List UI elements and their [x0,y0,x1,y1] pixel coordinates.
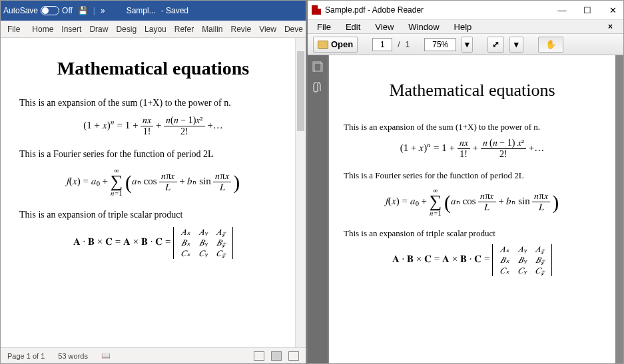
equation-fourier: 𝑓(𝑥) = 𝑎₀ + ∞∑𝑛=1 (𝑎ₙ cos 𝑛π𝑥𝐿 + 𝑏ₙ sin … [19,166,287,198]
autosave-state: Off [62,6,73,15]
status-page[interactable]: Page 1 of 1 [7,352,45,360]
open-label: Open [331,39,353,49]
adobe-body: Mathematical equations This is an expans… [308,55,623,363]
ribbon-tab-design[interactable]: Desig [112,21,141,37]
pdf-equation-triple-product: 𝐀 · 𝐁 × 𝐂 = 𝐀 × 𝐁 · 𝐂 = 𝐴ₓ𝐴ᵧ𝐴𝓏 𝐵ₓ𝐵ᵧ𝐵𝓏 𝐶ₓ… [344,244,601,276]
status-word-count[interactable]: 53 words [58,352,88,360]
adobe-window: Sample.pdf - Adobe Reader — ☐ ✕ File Edi… [306,0,624,364]
autosave-label: AutoSave [3,6,38,15]
equation-binomial: (1 + 𝑥)𝑛 = 1 + 𝑛𝑥1! + 𝑛(𝑛 − 1)𝑥²2! +… [19,115,287,137]
pdf-page: Mathematical equations This is an expans… [329,55,615,363]
pdf-equation-fourier: 𝑓(𝑥) = 𝑎₀ + ∞∑𝑛=1 (𝑎ₙ cos 𝑛π𝑥𝐿 + 𝑏ₙ sin … [344,186,601,218]
qat-overflow-icon[interactable]: » [101,6,105,15]
word-window: AutoSave Off 💾 | » Sampl... - Saved File… [0,0,306,364]
ribbon-tab-view[interactable]: View [255,21,280,37]
menu-help[interactable]: Help [448,21,479,33]
pdf-equation-binomial: (1 + 𝑥)𝑛 = 1 + 𝑛𝑥1! + 𝑛 (𝑛 − 1) 𝑥²2! +… [344,138,601,160]
zoom-dropdown-button[interactable]: ▾ [462,37,473,53]
close-button[interactable]: ✕ [606,5,619,15]
doc-title: Mathematical equations [19,58,287,79]
page-sep: / [398,40,400,49]
chevron-down-icon: ▾ [514,39,519,49]
page-current-input[interactable] [372,38,392,51]
menu-edit[interactable]: Edit [339,21,367,33]
word-statusbar: Page 1 of 1 53 words 📖 [1,347,306,363]
adobe-window-title: Sample.pdf - Adobe Reader [325,5,424,15]
pdf-title: Mathematical equations [344,81,601,100]
ribbon-tab-developer[interactable]: Deve [280,21,307,37]
scrollbar-thumb[interactable] [297,51,304,131]
hand-tool-button[interactable]: ✋ [538,37,563,53]
word-scrollbar[interactable] [295,38,306,347]
determinant: 𝐴ₓ𝐴ᵧ𝐴𝓏 𝐵ₓ𝐵ᵧ𝐵𝓏 𝐶ₓ𝐶ᵧ𝐶𝓏 [173,227,233,259]
ribbon-tab-file[interactable]: File [1,21,28,37]
pdf-file-icon [312,5,321,15]
pdf-para-3: This is an expansion of triple scalar pr… [344,228,601,239]
folder-icon [318,41,328,49]
menu-window[interactable]: Window [402,21,446,33]
maximize-button[interactable]: ☐ [581,5,594,15]
word-ribbon: File Home Insert Draw Desig Layou Refer … [1,21,306,38]
menu-file[interactable]: File [310,21,338,33]
minimize-button[interactable]: — [555,5,569,15]
autosave-toggle[interactable]: AutoSave Off [3,6,73,15]
ribbon-tab-review[interactable]: Revie [226,21,255,37]
adobe-titlebar: Sample.pdf - Adobe Reader — ☐ ✕ [308,1,623,19]
adobe-menubar: File Edit View Window Help × [308,19,623,34]
pdf-para-1: This is an expansion of the sum (1+X) to… [344,122,601,132]
ribbon-tab-references[interactable]: Refer [170,21,198,37]
chevron-down-icon: ▾ [465,39,469,49]
doc-para-3: This is an expansion of triple scalar pr… [19,210,287,220]
open-button[interactable]: Open [313,37,358,53]
page-thumbnails-icon[interactable] [312,61,324,73]
status-spellcheck-icon[interactable]: 📖 [101,351,111,360]
doc-para-2: This is a Fourier series for the functio… [19,149,287,160]
fit-page-button[interactable]: ⤢ [487,37,504,53]
autosave-switch-icon[interactable] [41,6,59,15]
save-icon[interactable]: 💾 [78,6,88,15]
word-titlebar: AutoSave Off 💾 | » Sampl... - Saved [1,1,306,21]
menu-view[interactable]: View [368,21,400,33]
ribbon-tab-mailings[interactable]: Mailin [198,21,226,37]
adobe-sidebar [308,55,328,363]
sigma-icon: ∞∑𝑛=1 [111,166,123,198]
web-layout-icon[interactable] [288,351,299,361]
ribbon-tab-home[interactable]: Home [28,21,57,37]
page-total: 1 [406,40,410,49]
equation-triple-product: 𝐀 · 𝐁 × 𝐂 = 𝐀 × 𝐁 · 𝐂 = 𝐴ₓ𝐴ᵧ𝐴𝓏 𝐵ₓ𝐵ᵧ𝐵𝓏 𝐶ₓ… [19,227,287,259]
hand-icon: ✋ [545,39,556,49]
document-filename: Sampl... [127,6,156,15]
toolbar-dropdown-button[interactable]: ▾ [509,37,523,53]
read-mode-icon[interactable] [254,351,264,361]
menubar-close-icon[interactable]: × [601,21,619,33]
expand-icon: ⤢ [492,39,499,49]
ribbon-tab-draw[interactable]: Draw [85,21,112,37]
attachments-icon[interactable] [312,82,324,94]
saved-indicator: - Saved [161,6,188,15]
doc-para-1: This is an expansion of the sum (1+X) to… [19,98,287,108]
adobe-toolbar: Open / 1 ▾ ⤢ ▾ ✋ [308,34,623,55]
ribbon-tab-insert[interactable]: Insert [57,21,85,37]
print-layout-icon[interactable] [271,351,282,361]
pdf-para-2: This is a Fourier series for the functio… [344,170,601,181]
ribbon-tab-layout[interactable]: Layou [141,21,170,37]
adobe-page-area[interactable]: Mathematical equations This is an expans… [328,55,623,363]
word-document-area[interactable]: Mathematical equations This is an expans… [1,38,306,347]
qat-separator: | [93,6,95,15]
zoom-input[interactable] [424,38,456,51]
document-page: Mathematical equations This is an expans… [1,38,306,275]
